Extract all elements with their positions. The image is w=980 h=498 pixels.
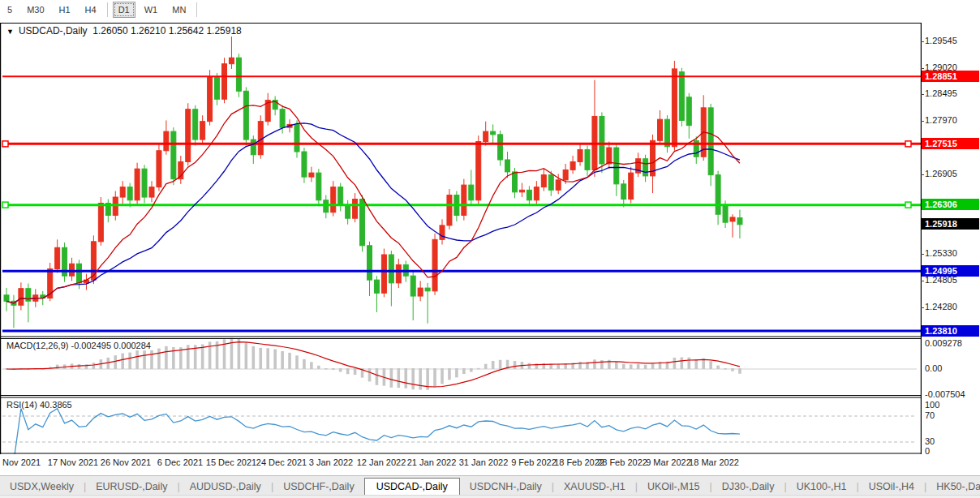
- symbol-tab-audusd[interactable]: AUDUSD-,Daily: [180, 479, 271, 496]
- candle: [708, 108, 713, 175]
- hline-handle[interactable]: [905, 202, 911, 208]
- candle: [432, 239, 437, 290]
- price-tick: 1.26905: [925, 169, 957, 178]
- symbol-tab-dj30[interactable]: DJ30-,Daily: [712, 479, 784, 496]
- price-tick: 1.25330: [925, 248, 957, 258]
- symbol-tab-usdcnh[interactable]: USDCNH-,Daily: [460, 479, 552, 496]
- candle: [374, 280, 379, 293]
- candle: [229, 58, 234, 63]
- current-price-badge: 1.25918: [922, 218, 979, 230]
- timeframe-button-h4[interactable]: H4: [80, 2, 102, 18]
- chart-title-ohlc: 1.26050 1.26210 1.25642 1.25918: [92, 25, 242, 36]
- date-tick-label: 6 Dec 2021: [157, 457, 203, 467]
- candle: [243, 91, 248, 140]
- candle: [716, 175, 720, 215]
- candle: [258, 122, 263, 155]
- candle: [19, 289, 24, 306]
- candle: [368, 246, 372, 280]
- candle: [505, 160, 510, 172]
- symbol-tab-hk50[interactable]: HK50-,Daily: [926, 479, 980, 496]
- candle: [302, 152, 307, 177]
- candle: [280, 109, 285, 127]
- terminal-window: 5M30H1H4D1W1MN ▼USDCAD-,Daily 1.26050 1.…: [0, 0, 980, 498]
- candle: [215, 77, 220, 99]
- status-strip: [0, 495, 980, 498]
- candle: [324, 200, 329, 213]
- price-level-badge: 1.27515: [922, 138, 979, 149]
- candle: [600, 116, 604, 164]
- macd-axis-tick: 0.00: [925, 363, 942, 373]
- chart-menu-arrow-icon[interactable]: ▼: [6, 28, 14, 36]
- candle: [353, 200, 358, 219]
- price-tick: 1.24805: [925, 275, 957, 285]
- date-tick-label: 15 Dec 2021: [206, 457, 256, 467]
- symbol-tab-ukoil[interactable]: UKOil-,M15: [638, 479, 710, 496]
- symbol-tab-eurusd[interactable]: EURUSD-,Daily: [86, 479, 177, 496]
- candle: [629, 173, 634, 199]
- rsi-label: RSI(14) 40.3865: [6, 400, 72, 410]
- hline-handle[interactable]: [2, 202, 8, 208]
- toolbar-separator: [107, 2, 108, 17]
- candle: [149, 187, 154, 197]
- candle: [316, 173, 321, 200]
- candle: [77, 264, 82, 283]
- candle: [585, 150, 590, 170]
- timeframe-button-w1[interactable]: W1: [139, 2, 164, 18]
- timeframe-button-h1[interactable]: H1: [54, 2, 76, 18]
- price-tick: 1.24280: [925, 302, 957, 311]
- candle: [527, 190, 531, 200]
- price-tick: 1.29545: [925, 36, 957, 45]
- candle: [70, 264, 75, 276]
- symbol-tab-usdcad[interactable]: USDCAD-,Daily: [364, 478, 460, 496]
- symbol-tab-xauusd[interactable]: XAUUSD-,H1: [554, 479, 635, 496]
- macd-axis-tick: -0.007504: [925, 389, 965, 399]
- symbol-tab-usdchf[interactable]: USDCHF-,Daily: [273, 479, 364, 496]
- price-level-badge: 1.24995: [922, 265, 979, 277]
- rsi-axis-tick: 100: [925, 400, 939, 410]
- rsi-axis-tick: 30: [925, 436, 935, 446]
- candle: [157, 151, 161, 187]
- timeframe-toolbar: 5M30H1H4D1W1MN: [0, 0, 980, 19]
- rsi-value: 40.3865: [40, 400, 72, 410]
- symbol-tab-usdx[interactable]: USDX,Weekly: [0, 479, 84, 496]
- price-chart-area[interactable]: [0, 23, 922, 454]
- date-tick-label: 12 Jan 2022: [357, 457, 406, 467]
- rsi-axis-tick: 70: [925, 410, 935, 420]
- candle: [447, 195, 452, 225]
- macd-label: MACD(12,26,9) -0.002495 0.000284: [6, 341, 151, 350]
- candle: [491, 131, 496, 135]
- date-tick-label: 17 Nov 2021: [48, 457, 98, 467]
- macd-values: -0.002495 0.000284: [71, 341, 150, 350]
- timeframe-button-5[interactable]: 5: [2, 2, 18, 18]
- candle: [440, 225, 445, 239]
- symbol-tab-usoil[interactable]: USOil-,H4: [859, 479, 924, 496]
- candle: [98, 204, 103, 242]
- candle: [462, 185, 466, 215]
- date-tick-label: 21 Jan 2022: [407, 457, 457, 467]
- candle: [513, 172, 518, 192]
- price-level-badge: 1.26306: [922, 199, 979, 210]
- rsi-name: RSI(14): [6, 400, 37, 410]
- symbol-tab-uk100[interactable]: UK100-,H1: [787, 479, 857, 496]
- date-tick-label: 8 Nov 2021: [0, 457, 41, 467]
- candle: [418, 288, 423, 296]
- hline-handle[interactable]: [905, 141, 911, 147]
- hline-handle[interactable]: [2, 141, 8, 147]
- price-axis[interactable]: 1.295451.290201.284951.279701.269051.253…: [922, 23, 980, 454]
- candle: [127, 187, 132, 200]
- timeframe-button-m30[interactable]: M30: [21, 2, 49, 18]
- candle: [469, 185, 474, 200]
- candle: [621, 184, 626, 200]
- candle: [563, 170, 568, 179]
- candle: [548, 175, 553, 191]
- rsi-axis-tick: 0: [925, 446, 930, 456]
- timeframe-button-d1[interactable]: D1: [113, 2, 135, 18]
- candle: [737, 218, 742, 225]
- timeframe-button-mn[interactable]: MN: [166, 2, 191, 18]
- candle: [381, 255, 386, 293]
- candle: [556, 180, 561, 190]
- candle: [193, 109, 198, 140]
- price-level-badge: 1.23810: [922, 325, 979, 337]
- candle: [570, 161, 575, 170]
- date-axis[interactable]: 8 Nov 202117 Nov 202126 Nov 20216 Dec 20…: [0, 454, 922, 475]
